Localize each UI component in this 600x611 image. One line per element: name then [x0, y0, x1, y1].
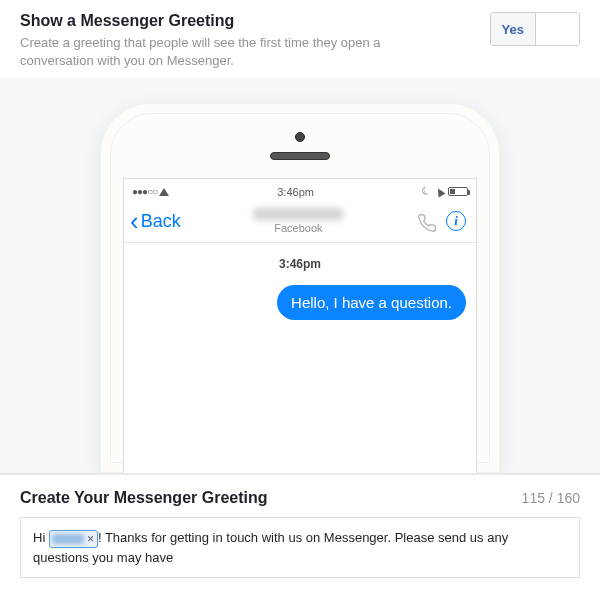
- info-icon[interactable]: i: [446, 211, 466, 231]
- back-label: Back: [141, 211, 181, 232]
- back-button[interactable]: ‹ Back: [130, 208, 181, 234]
- call-icon[interactable]: [416, 212, 434, 230]
- battery-icon: [448, 187, 468, 196]
- status-bar: ●●●○○ 3:46pm ☾: [124, 179, 476, 202]
- phone-camera-icon: [295, 132, 305, 142]
- compose-title: Create Your Messenger Greeting: [20, 489, 268, 507]
- token-remove-icon[interactable]: ×: [87, 533, 94, 545]
- message-timestamp: 3:46pm: [134, 257, 466, 271]
- phone-speaker-icon: [270, 152, 330, 160]
- section-title: Show a Messenger Greeting: [20, 12, 440, 30]
- chat-title-redacted: [253, 208, 343, 220]
- signal-dots-icon: ●●●○○: [132, 186, 157, 197]
- message-bubble: Hello, I have a question.: [277, 285, 466, 320]
- wifi-icon: [159, 188, 169, 196]
- token-value-redacted: [52, 534, 84, 544]
- section-description: Create a greeting that people will see t…: [20, 34, 440, 70]
- greeting-suffix: ! Thanks for getting in touch with us on…: [33, 530, 508, 565]
- location-icon: [435, 186, 446, 197]
- toggle-yes[interactable]: Yes: [491, 13, 536, 45]
- chat-nav-bar: ‹ Back Facebook i: [124, 202, 476, 243]
- name-token[interactable]: ×: [49, 530, 98, 548]
- greeting-toggle[interactable]: Yes: [490, 12, 580, 46]
- status-time: 3:46pm: [277, 186, 314, 198]
- phone-preview: ●●●○○ 3:46pm ☾ ‹ Back: [0, 78, 600, 473]
- dnd-moon-icon: ☾: [420, 184, 434, 200]
- greeting-prefix: Hi: [33, 530, 49, 545]
- chat-subtitle: Facebook: [181, 222, 416, 234]
- greeting-textbox[interactable]: Hi ×! Thanks for getting in touch with u…: [20, 517, 580, 578]
- toggle-no[interactable]: [536, 13, 580, 45]
- chevron-left-icon: ‹: [130, 208, 139, 234]
- character-count: 115 / 160: [522, 490, 580, 506]
